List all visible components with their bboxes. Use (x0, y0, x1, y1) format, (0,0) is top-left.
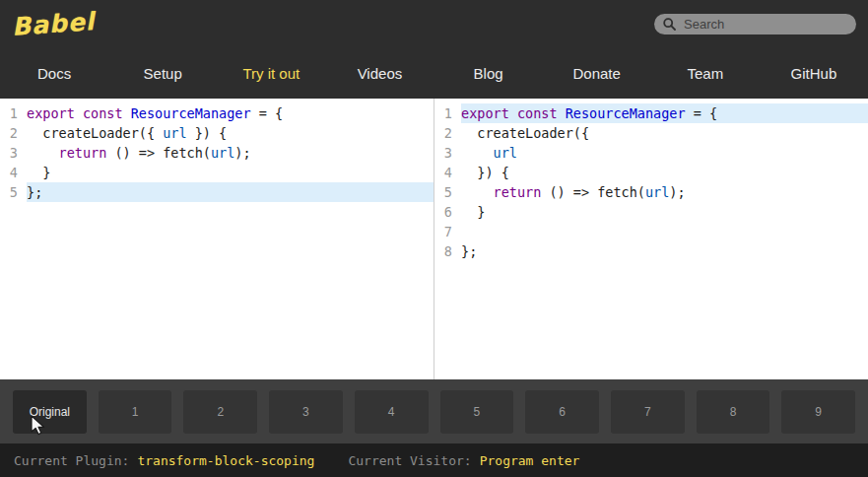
current-plugin-label: Current Plugin: (14, 453, 129, 468)
code-token: ResourceManager (131, 105, 251, 121)
line-number: 1 (0, 103, 27, 123)
nav-item-docs[interactable]: Docs (0, 65, 108, 82)
timeline-button-6[interactable]: 6 (525, 390, 599, 434)
code-line[interactable]: 5}; (0, 182, 434, 202)
babel-repl-app: Babel DocsSetupTry it outVideosBlogDonat… (0, 0, 868, 477)
code-token: return (59, 145, 107, 161)
code-token: const (83, 105, 123, 121)
code-token: ); (234, 145, 250, 161)
code-line: 4 }) { (434, 163, 868, 182)
code-token: = { (686, 105, 718, 121)
nav-item-donate[interactable]: Donate (543, 65, 651, 82)
code-token: url (211, 145, 234, 161)
code-token: = { (251, 105, 284, 121)
code-token: url (494, 145, 517, 161)
nav-item-setup[interactable]: Setup (108, 65, 217, 82)
code-content: }) { (461, 163, 868, 182)
code-token: const (517, 105, 558, 121)
timeline-button-1[interactable]: 1 (99, 390, 172, 434)
status-bar: Current Plugin: transform-block-scoping … (0, 443, 868, 477)
code-content: }; (27, 182, 434, 202)
line-number: 6 (434, 202, 461, 222)
code-token: ResourceManager (566, 105, 686, 121)
code-token (509, 105, 517, 121)
code-content: createLoader({ (461, 123, 868, 143)
search-box[interactable] (654, 14, 856, 34)
line-number: 1 (434, 103, 461, 123)
search-input[interactable] (682, 16, 847, 33)
code-token: } (461, 204, 485, 220)
code-token: }; (27, 184, 42, 200)
timeline-button-8[interactable]: 8 (697, 390, 770, 434)
search-icon (663, 18, 676, 31)
code-token: } (27, 165, 50, 180)
header: Babel DocsSetupTry it outVideosBlogDonat… (0, 0, 868, 99)
line-number: 2 (434, 123, 461, 143)
current-plugin-value: transform-block-scoping (137, 453, 314, 468)
nav-item-team[interactable]: Team (651, 65, 760, 82)
code-content: } (27, 163, 434, 182)
code-line[interactable]: 2 createLoader({ url }) { (0, 123, 434, 143)
current-visitor-value: Program enter (480, 453, 580, 468)
code-token: () => fetch( (541, 184, 645, 200)
code-token: createLoader({ (27, 125, 163, 141)
code-token: }; (461, 243, 477, 259)
line-number: 5 (434, 182, 461, 202)
line-number: 2 (0, 123, 27, 143)
code-token (461, 145, 494, 161)
timeline-button-7[interactable]: 7 (611, 390, 685, 434)
timeline-button-4[interactable]: 4 (355, 390, 429, 434)
code-line: 1export const ResourceManager = { (434, 103, 868, 123)
code-token (27, 145, 59, 161)
line-number: 4 (434, 163, 461, 182)
main-nav: DocsSetupTry it outVideosBlogDonateTeamG… (0, 47, 868, 99)
line-number: 3 (434, 143, 461, 163)
code-token: ); (669, 184, 685, 200)
nav-item-github[interactable]: GitHub (760, 65, 868, 82)
code-line: 2 createLoader({ (434, 123, 868, 143)
code-content: export const ResourceManager = { (27, 103, 434, 123)
line-number: 5 (0, 182, 27, 202)
code-token: createLoader({ (461, 125, 589, 141)
code-content: url (461, 143, 868, 163)
code-token (461, 184, 494, 200)
code-line: 7 (434, 222, 868, 241)
code-token: return (494, 184, 542, 200)
code-line[interactable]: 3 return () => fetch(url); (0, 143, 434, 163)
code-content: export const ResourceManager = { (461, 103, 868, 123)
code-line: 5 return () => fetch(url); (434, 182, 868, 202)
code-token: }) { (187, 125, 228, 141)
line-number: 8 (434, 241, 461, 261)
code-token: url (163, 125, 186, 141)
nav-item-try-it-out[interactable]: Try it out (217, 65, 325, 82)
source-editor[interactable]: 1export const ResourceManager = {2 creat… (0, 99, 434, 379)
editors: 1export const ResourceManager = {2 creat… (0, 99, 868, 379)
code-content: createLoader({ url }) { (27, 123, 434, 143)
code-line: 6 } (434, 202, 868, 222)
code-line: 8}; (434, 241, 868, 261)
timeline-button-3[interactable]: 3 (269, 390, 343, 434)
code-token (123, 105, 131, 121)
timeline-button-9[interactable]: 9 (781, 390, 855, 434)
timeline-button-2[interactable]: 2 (183, 390, 257, 434)
timeline-button-5[interactable]: 5 (440, 390, 514, 434)
timeline-button-original[interactable]: Original (13, 390, 87, 434)
code-content: return () => fetch(url); (27, 143, 434, 163)
code-token: () => fetch( (106, 145, 211, 161)
code-content (461, 222, 868, 241)
nav-item-blog[interactable]: Blog (434, 65, 543, 82)
output-editor: 1export const ResourceManager = {2 creat… (434, 99, 868, 379)
code-token: url (645, 184, 669, 200)
code-line[interactable]: 4 } (0, 163, 434, 182)
babel-logo[interactable]: Babel (11, 7, 96, 41)
current-visitor-label: Current Visitor: (348, 453, 471, 468)
code-line: 3 url (434, 143, 868, 163)
nav-item-videos[interactable]: Videos (325, 65, 434, 82)
code-content: return () => fetch(url); (461, 182, 868, 202)
code-token: export (461, 105, 509, 121)
code-content: } (461, 202, 868, 222)
line-number: 4 (0, 163, 27, 182)
code-line[interactable]: 1export const ResourceManager = { (0, 103, 434, 123)
code-token: }) { (461, 165, 509, 180)
line-number: 3 (0, 143, 27, 163)
